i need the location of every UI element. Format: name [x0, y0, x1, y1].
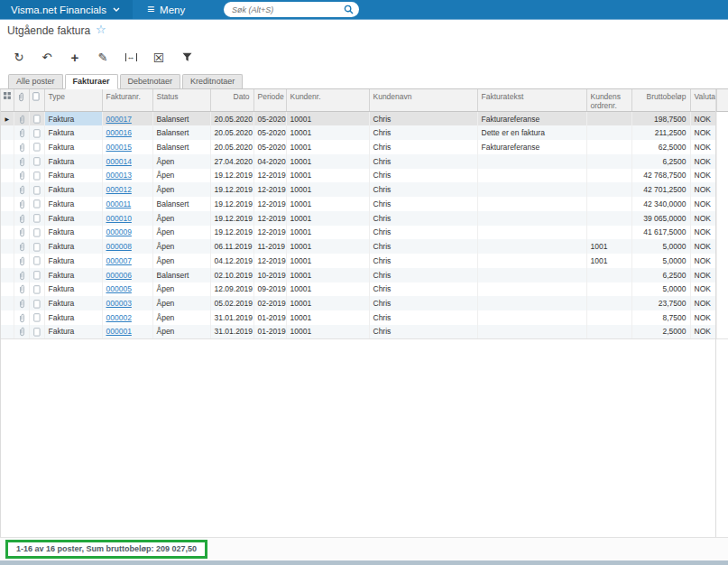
table-row[interactable]: Faktura 000013 Åpen 19.12.2019 12-2019 1… [1, 169, 728, 183]
row-selector-cell[interactable] [1, 125, 14, 140]
note-cell[interactable] [29, 169, 44, 183]
note-cell[interactable] [29, 197, 44, 211]
column-header-kundenr[interactable]: Kundenr. [286, 89, 369, 112]
table-row[interactable]: ▶ Faktura 000017 Balansert 20.05.2020 05… [1, 112, 728, 126]
attachment-cell[interactable] [14, 226, 29, 240]
notes-column-header[interactable] [29, 89, 44, 112]
note-cell[interactable] [29, 325, 44, 339]
invoice-number-link[interactable]: 000012 [106, 185, 132, 194]
table-row[interactable]: Faktura 000002 Åpen 31.01.2019 01-2019 1… [1, 310, 728, 325]
tab-debetnotaer[interactable]: Debetnotaer [120, 74, 181, 88]
tab-fakturaer[interactable]: Fakturaer [65, 74, 118, 89]
note-cell[interactable] [29, 282, 44, 297]
note-cell[interactable] [29, 310, 44, 325]
fit-width-button[interactable]: ↔ [121, 48, 141, 68]
note-cell[interactable] [29, 268, 44, 282]
invoice-number-link[interactable]: 000003 [106, 299, 132, 308]
column-chooser-header[interactable] [1, 89, 14, 112]
invoice-number-link[interactable]: 000014 [106, 157, 132, 166]
row-selector-cell[interactable] [1, 268, 14, 282]
column-header-bruttobelop[interactable]: Bruttobeløp [631, 89, 690, 112]
invoice-number-link[interactable]: 000008 [106, 242, 132, 251]
row-selector-cell[interactable] [1, 254, 14, 268]
attachment-cell[interactable] [14, 211, 29, 226]
note-cell[interactable] [29, 154, 44, 169]
row-selector-cell[interactable] [1, 211, 14, 226]
attachment-cell[interactable] [14, 197, 29, 211]
invoice-number-link[interactable]: 000010 [106, 214, 132, 223]
export-excel-button[interactable]: ☒ [149, 48, 169, 68]
row-selector-cell[interactable] [1, 226, 14, 240]
note-cell[interactable] [29, 254, 44, 268]
invoice-number-link[interactable]: 000001 [106, 327, 132, 336]
note-cell[interactable] [29, 239, 44, 254]
table-row[interactable]: Faktura 000008 Åpen 06.11.2019 11-2019 1… [1, 239, 728, 254]
column-header-kundens-ordrenr[interactable]: Kundens ordrenr. [586, 89, 631, 112]
table-row[interactable]: Faktura 000006 Balansert 02.10.2019 10-2… [1, 268, 728, 282]
search-input[interactable] [232, 5, 344, 14]
note-cell[interactable] [29, 140, 44, 154]
attachment-cell[interactable] [14, 296, 29, 310]
invoice-number-link[interactable]: 000011 [106, 199, 132, 208]
table-row[interactable]: Faktura 000015 Balansert 20.05.2020 05-2… [1, 140, 728, 154]
table-row[interactable]: Faktura 000009 Åpen 19.12.2019 12-2019 1… [1, 226, 728, 240]
column-header-status[interactable]: Status [152, 89, 210, 112]
column-header-periode[interactable]: Periode [253, 89, 286, 112]
refresh-button[interactable]: ↻ [9, 48, 29, 68]
table-row[interactable]: Faktura 000016 Balansert 20.05.2020 05-2… [1, 125, 728, 140]
attachment-cell[interactable] [14, 140, 29, 154]
row-selector-cell[interactable] [1, 182, 14, 197]
menu-button[interactable]: ≡ Meny [133, 0, 199, 19]
note-cell[interactable] [29, 226, 44, 240]
table-row[interactable]: Faktura 000012 Åpen 19.12.2019 12-2019 1… [1, 182, 728, 197]
attachment-cell[interactable] [14, 282, 29, 297]
column-header-fakturatekst[interactable]: Fakturatekst [477, 89, 586, 112]
invoice-number-link[interactable]: 000006 [106, 271, 132, 280]
attachment-cell[interactable] [14, 268, 29, 282]
tab-kreditnotaer[interactable]: Kreditnotaer [182, 74, 243, 88]
note-cell[interactable] [29, 211, 44, 226]
column-header-valuta[interactable]: Valuta [690, 89, 716, 112]
note-cell[interactable] [29, 125, 44, 140]
table-row[interactable]: Faktura 000011 Balansert 19.12.2019 12-2… [1, 197, 728, 211]
table-row[interactable]: Faktura 000007 Åpen 04.12.2019 12-2019 1… [1, 254, 728, 268]
column-header-type[interactable]: Type [44, 89, 102, 112]
table-row[interactable]: Faktura 000001 Åpen 31.01.2019 01-2019 1… [1, 325, 728, 339]
note-cell[interactable] [29, 112, 44, 126]
row-selector-cell[interactable] [1, 169, 14, 183]
invoice-number-link[interactable]: 000005 [106, 284, 132, 293]
invoice-number-link[interactable]: 000015 [106, 143, 132, 152]
table-row[interactable]: Faktura 000014 Åpen 27.04.2020 04-2020 1… [1, 154, 728, 169]
undo-button[interactable]: ↶ [37, 48, 57, 68]
search-icon[interactable] [344, 5, 354, 14]
table-row[interactable]: Faktura 000010 Åpen 19.12.2019 12-2019 1… [1, 211, 728, 226]
row-selector-cell[interactable] [1, 239, 14, 254]
attachment-cell[interactable] [14, 310, 29, 325]
attachment-cell[interactable] [14, 182, 29, 197]
attachment-cell[interactable] [14, 112, 29, 126]
table-row[interactable]: Faktura 000005 Åpen 12.09.2019 09-2019 1… [1, 282, 728, 297]
row-selector-cell[interactable] [1, 296, 14, 310]
invoice-number-link[interactable]: 000002 [106, 313, 132, 322]
add-button[interactable]: + [65, 48, 85, 68]
column-header-fakturanr[interactable]: Fakturanr. [102, 89, 152, 112]
attachments-column-header[interactable] [14, 89, 29, 112]
invoice-number-link[interactable]: 000009 [106, 227, 132, 236]
table-row[interactable]: Faktura 000003 Åpen 05.02.2019 02-2019 1… [1, 296, 728, 310]
attachment-cell[interactable] [14, 254, 29, 268]
row-selector-cell[interactable] [1, 282, 14, 297]
attachment-cell[interactable] [14, 169, 29, 183]
favorite-star-icon[interactable]: ☆ [96, 23, 106, 35]
attachment-cell[interactable] [14, 239, 29, 254]
edit-button[interactable]: ✎ [93, 48, 113, 68]
attachment-cell[interactable] [14, 154, 29, 169]
row-selector-cell[interactable]: ▶ [1, 112, 14, 126]
invoice-number-link[interactable]: 000017 [106, 115, 132, 124]
note-cell[interactable] [29, 182, 44, 197]
column-header-kundenavn[interactable]: Kundenavn [369, 89, 477, 112]
row-selector-cell[interactable] [1, 310, 14, 325]
brand-menu[interactable]: Visma.net Financials [0, 0, 133, 19]
attachment-cell[interactable] [14, 125, 29, 140]
invoice-number-link[interactable]: 000007 [106, 256, 132, 265]
column-header-dato[interactable]: Dato [210, 89, 253, 112]
